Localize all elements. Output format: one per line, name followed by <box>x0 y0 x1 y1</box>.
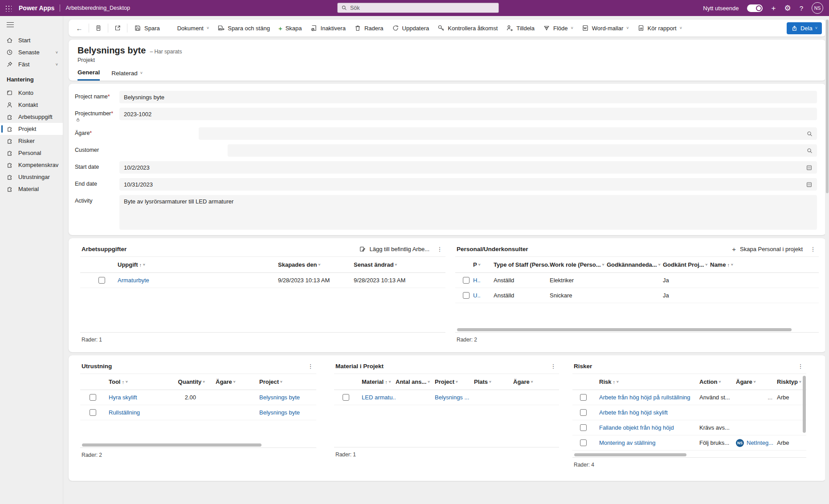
sidebar-item-kompetenskrav[interactable]: Kompetenskrav <box>0 159 63 171</box>
column-header-risktyp[interactable]: Risktyp˅ <box>777 378 806 385</box>
tool-link[interactable]: Rullställning <box>109 409 140 416</box>
chevron-down-icon[interactable]: ˅ <box>56 50 58 55</box>
column-header-action[interactable]: Action˅ <box>699 378 736 385</box>
save-and-close-button[interactable]: Spara och stäng <box>213 21 274 35</box>
tab-general[interactable]: General <box>78 69 100 81</box>
column-header-agare[interactable]: Ägare˅ <box>513 378 559 385</box>
row-checkbox[interactable] <box>90 394 96 401</box>
calendar-icon[interactable] <box>806 181 813 188</box>
popout-button[interactable] <box>111 21 124 35</box>
end-date-input[interactable]: 10/31/2023 <box>119 178 817 191</box>
activity-textarea[interactable]: Byte av lysrörsarmaturer till LED armatu… <box>119 195 817 230</box>
start-date-input[interactable]: 10/2/2023 <box>119 161 817 174</box>
share-button[interactable]: Dela ˅ <box>787 22 822 34</box>
column-header-material[interactable]: Material↑˅ <box>353 378 396 385</box>
back-button[interactable]: ← <box>73 21 86 35</box>
staff-link[interactable]: U.. <box>473 292 481 299</box>
horizontal-scrollbar[interactable] <box>82 443 261 447</box>
sidebar-item-konto[interactable]: Konto <box>0 87 63 99</box>
sidebar-item-risker[interactable]: Risker <box>0 135 63 147</box>
subgrid-more-commands[interactable]: ⋮ <box>305 361 316 372</box>
sidebar-item-fast[interactable]: Fäst ˅ <box>0 58 63 70</box>
subgrid-more-commands[interactable]: ⋮ <box>807 244 819 255</box>
flow-menu-button[interactable]: Flöde ˅ <box>539 21 577 35</box>
row-checkbox[interactable] <box>463 292 470 299</box>
global-search-input[interactable]: Sök <box>337 3 499 13</box>
horizontal-scrollbar[interactable] <box>574 453 686 456</box>
assign-button[interactable]: Tilldela <box>502 21 539 35</box>
column-header-senast-andrad[interactable]: Senast ändrad˅ <box>354 261 445 268</box>
record-set-button[interactable] <box>92 21 105 35</box>
sidebar-item-kontakt[interactable]: Kontakt <box>0 99 63 111</box>
sidebar-item-personal[interactable]: Personal <box>0 147 63 159</box>
column-header-skapades-den[interactable]: Skapades den˅ <box>278 261 354 268</box>
row-checkbox[interactable] <box>580 424 587 431</box>
project-link[interactable]: Belysnings byte <box>259 409 300 416</box>
sidebar-item-arbetsuppgift[interactable]: Arbetsuppgift <box>0 111 63 123</box>
column-header-tool[interactable]: Tool↑˅ <box>100 378 167 385</box>
column-header-type-of-staff[interactable]: Type of Staff (Perso...˅ <box>494 261 550 268</box>
column-header-name[interactable]: Name↑˅ <box>710 261 819 268</box>
column-header-agare[interactable]: Ägare˅ <box>736 378 777 385</box>
tool-link[interactable]: Hyra skylift <box>109 394 137 401</box>
column-header-work-role[interactable]: Work role (Perso...˅ <box>550 261 607 268</box>
risk-link[interactable]: Arbete från hög höjd skylift <box>599 409 668 416</box>
column-header-quantity[interactable]: Quantity˅ <box>167 378 208 385</box>
row-checkbox[interactable] <box>90 409 96 416</box>
help-button[interactable]: ? <box>800 5 803 12</box>
settings-gear-icon[interactable]: ⚙ <box>784 4 791 12</box>
row-checkbox[interactable] <box>580 409 587 416</box>
delete-button[interactable]: Radera <box>350 21 388 35</box>
risk-link[interactable]: Montering av ställning <box>599 439 655 446</box>
document-menu-button[interactable]: Dokument ˅ <box>173 21 213 35</box>
tab-related[interactable]: Relaterad ˅ <box>111 69 143 81</box>
row-checkbox[interactable] <box>580 394 587 401</box>
avatar[interactable]: NS <box>812 2 823 14</box>
calendar-icon[interactable] <box>806 164 813 171</box>
project-name-input[interactable]: Belysnings byte <box>119 91 817 103</box>
column-header-p[interactable]: P˅ <box>473 261 494 268</box>
vertical-scrollbar[interactable] <box>803 376 806 443</box>
risk-link[interactable]: Arbete från hög höjd på rullställning <box>599 394 690 401</box>
row-checkbox[interactable] <box>463 277 470 284</box>
owner-lookup-input[interactable] <box>199 127 817 140</box>
material-link[interactable]: LED armatu... <box>362 394 396 401</box>
environment-name[interactable]: Arbetsberedning_Desktop <box>65 5 130 11</box>
app-launcher-button[interactable] <box>0 0 16 16</box>
column-header-godkant-projekt[interactable]: Godkänt Proj...˅ <box>663 261 710 268</box>
risk-link[interactable]: Fallande objekt från hög höjd <box>599 424 674 431</box>
word-templates-button[interactable]: Word-mallar ˅ <box>578 21 633 35</box>
page-scrollbar[interactable] <box>825 16 829 504</box>
customer-lookup-input[interactable] <box>228 144 817 157</box>
column-header-risk[interactable]: Risk↑˅ <box>590 378 699 385</box>
create-button[interactable]: + Skapa <box>274 21 306 35</box>
horizontal-scrollbar[interactable] <box>457 328 792 331</box>
check-access-button[interactable]: Kontrollera åtkomst <box>433 21 502 35</box>
staff-link[interactable]: H.. <box>473 277 481 284</box>
task-link[interactable]: Armaturbyte <box>118 277 149 284</box>
subgrid-more-commands[interactable]: ⋮ <box>547 361 559 372</box>
subgrid-more-commands[interactable]: ⋮ <box>434 244 445 255</box>
new-look-toggle[interactable] <box>747 4 763 12</box>
project-link[interactable]: Belysnings byte <box>259 394 300 401</box>
add-button[interactable]: + <box>771 4 776 12</box>
sidebar-item-material[interactable]: Material <box>0 183 63 195</box>
add-existing-task-button[interactable]: Lägg till befintlig Arbe... <box>355 243 433 256</box>
column-header-project[interactable]: Project˅ <box>247 378 316 385</box>
sidebar-item-projekt[interactable]: Projekt <box>0 123 63 135</box>
owner-link[interactable]: NetInteg... <box>747 439 773 446</box>
column-header-uppgift[interactable]: Uppgift↑˅ <box>109 261 278 268</box>
column-header-antal[interactable]: Antal ans...˅ <box>396 378 435 385</box>
column-header-project[interactable]: Project˅ <box>435 378 474 385</box>
deactivate-button[interactable]: Inaktivera <box>306 21 350 35</box>
row-checkbox[interactable] <box>343 394 349 401</box>
column-header-agare[interactable]: Ägare˅ <box>208 378 247 385</box>
save-button[interactable]: Spara <box>130 21 164 35</box>
scrollbar-thumb[interactable] <box>826 20 829 193</box>
project-link[interactable]: Belysnings ... <box>435 394 469 401</box>
projectnumber-input[interactable]: 2023-1002 <box>119 108 817 120</box>
sidebar-item-start[interactable]: Start <box>0 34 63 46</box>
column-header-plats[interactable]: Plats˅ <box>474 378 513 385</box>
sidebar-item-senaste[interactable]: Senaste ˅ <box>0 46 63 58</box>
run-report-button[interactable]: Kör rapport ˅ <box>633 21 686 35</box>
